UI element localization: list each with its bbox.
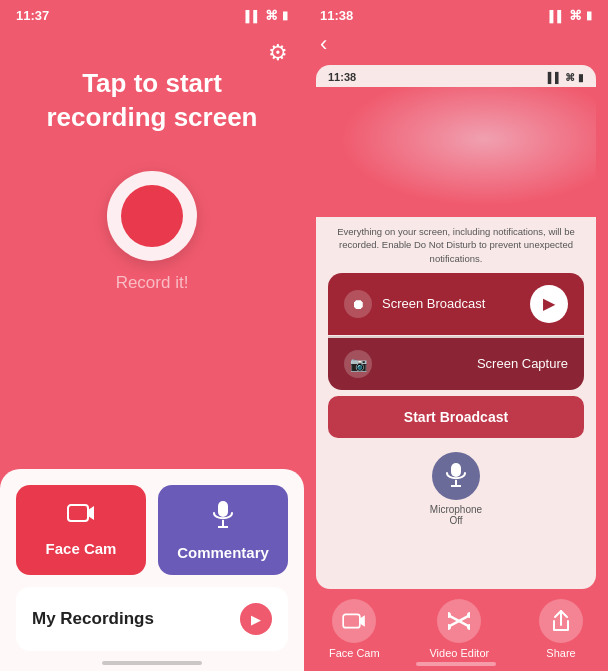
phone-right: 11:38 ▌▌ ⌘ ▮ ‹ 11:38 ▌▌ ⌘ ▮ Everything o… <box>304 0 608 671</box>
battery-icon-right: ▮ <box>586 9 592 22</box>
record-inner-dot <box>121 185 183 247</box>
svg-rect-2 <box>218 501 228 517</box>
play-icon-white: ▶ <box>530 285 568 323</box>
home-indicator-right <box>416 662 496 666</box>
microphone-label: MicrophoneOff <box>430 504 482 526</box>
commentary-label: Commentary <box>177 544 269 561</box>
my-recordings-label: My Recordings <box>32 609 154 629</box>
status-icons-right: ▌▌ ⌘ ▮ <box>549 8 592 23</box>
inner-status-bar: 11:38 ▌▌ ⌘ ▮ <box>316 65 596 87</box>
status-bar-right: 11:38 ▌▌ ⌘ ▮ <box>304 0 608 27</box>
my-recordings-button[interactable]: My Recordings ▶ <box>16 587 288 651</box>
nav-face-cam[interactable]: Face Cam <box>329 599 380 659</box>
face-cam-icon <box>67 501 95 532</box>
nav-share-icon <box>539 599 583 643</box>
screen-capture-option[interactable]: 📷 Screen Capture <box>328 338 584 390</box>
screen-broadcast-label: Screen Broadcast <box>382 296 485 311</box>
play-icon: ▶ <box>240 603 272 635</box>
record-label: Record it! <box>116 273 189 293</box>
record-button[interactable] <box>107 171 197 261</box>
home-indicator-left <box>102 661 202 665</box>
face-cam-button[interactable]: Face Cam <box>16 485 146 575</box>
commentary-icon <box>212 501 234 536</box>
nav-face-cam-label: Face Cam <box>329 647 380 659</box>
inner-background <box>316 87 596 217</box>
inner-time: 11:38 <box>328 71 356 83</box>
svg-rect-0 <box>68 505 88 521</box>
commentary-button[interactable]: Commentary <box>158 485 288 575</box>
wifi-icon-left: ⌘ <box>265 8 278 23</box>
inner-status-icons: ▌▌ ⌘ ▮ <box>548 72 584 83</box>
record-button-area: Record it! <box>0 171 304 293</box>
battery-icon-left: ▮ <box>282 9 288 22</box>
play-center-icon: ▶ <box>530 285 568 323</box>
settings-button[interactable]: ⚙ <box>268 40 288 66</box>
nav-video-editor[interactable]: Video Editor <box>429 599 489 659</box>
screen-broadcast-icon: ⏺ <box>344 290 372 318</box>
nav-share-label: Share <box>546 647 575 659</box>
notification-text: Everything on your screen, including not… <box>316 217 596 269</box>
screen-broadcast-option[interactable]: ⏺ Screen Broadcast ▶ <box>328 273 584 335</box>
headline-text: Tap to start recording screen <box>30 67 274 135</box>
start-broadcast-button[interactable]: Start Broadcast <box>328 396 584 438</box>
status-icons-left: ▌▌ ⌘ ▮ <box>245 8 288 23</box>
wifi-icon-right: ⌘ <box>569 8 582 23</box>
feature-buttons: Face Cam Commentary <box>16 485 288 575</box>
svg-rect-5 <box>451 463 461 477</box>
time-left: 11:37 <box>16 8 49 23</box>
inner-battery: ▮ <box>578 72 584 83</box>
signal-icon-right: ▌▌ <box>549 10 565 22</box>
phone-left: 11:37 ▌▌ ⌘ ▮ ⚙ Tap to start recording sc… <box>0 0 304 671</box>
inner-signal: ▌▌ <box>548 72 562 83</box>
nav-face-cam-icon <box>332 599 376 643</box>
nav-video-editor-icon <box>437 599 481 643</box>
bottom-nav: Face Cam Video Editor <box>304 589 608 671</box>
screen-capture-icon: 📷 <box>344 350 372 378</box>
screen-capture-label: Screen Capture <box>477 356 568 371</box>
inner-wifi: ⌘ <box>565 72 575 83</box>
microphone-section: MicrophoneOff <box>316 452 596 526</box>
svg-rect-8 <box>343 614 360 627</box>
broadcast-sheet: ⏺ Screen Broadcast ▶ 📷 Screen Capture <box>328 273 584 390</box>
microphone-button[interactable] <box>432 452 480 500</box>
bottom-card: Face Cam Commentary My Recordings ▶ <box>0 469 304 671</box>
face-cam-label: Face Cam <box>46 540 117 557</box>
headline-area: Tap to start recording screen <box>0 67 304 135</box>
status-bar-left: 11:37 ▌▌ ⌘ ▮ <box>0 0 304 27</box>
nav-share[interactable]: Share <box>539 599 583 659</box>
back-button[interactable]: ‹ <box>304 27 608 65</box>
nav-video-editor-label: Video Editor <box>429 647 489 659</box>
signal-icon-left: ▌▌ <box>245 10 261 22</box>
time-right: 11:38 <box>320 8 353 23</box>
inner-screen: 11:38 ▌▌ ⌘ ▮ Everything on your screen, … <box>316 65 596 589</box>
